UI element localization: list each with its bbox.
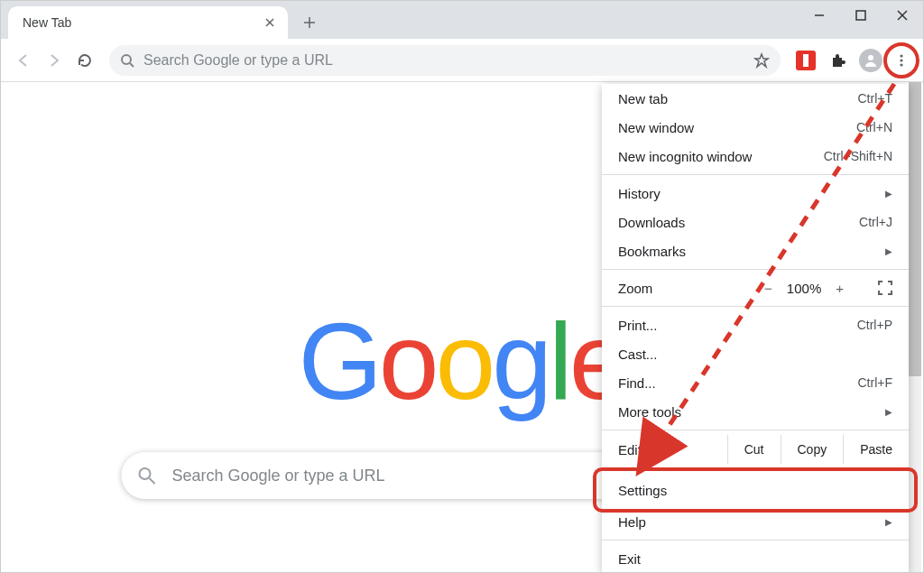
menu-print[interactable]: Print... Ctrl+P bbox=[602, 310, 909, 339]
forward-button[interactable] bbox=[41, 47, 68, 74]
tab-title: New Tab bbox=[23, 15, 261, 30]
menu-separator bbox=[602, 430, 909, 430]
menu-edit-row: Edit Cut Copy Paste bbox=[602, 434, 909, 465]
menu-separator bbox=[602, 174, 909, 175]
menu-new-window[interactable]: New window Ctrl+N bbox=[602, 113, 909, 142]
menu-cut[interactable]: Cut bbox=[727, 435, 781, 464]
zoom-in-button[interactable]: + bbox=[836, 281, 844, 296]
window-controls bbox=[799, 1, 923, 30]
extension-icon-red[interactable] bbox=[793, 48, 818, 73]
search-icon bbox=[120, 53, 134, 68]
menu-find[interactable]: Find... Ctrl+F bbox=[602, 368, 909, 397]
google-logo: Google bbox=[298, 299, 625, 423]
menu-downloads[interactable]: Downloads Ctrl+J bbox=[602, 208, 909, 236]
extensions-puzzle-icon[interactable] bbox=[826, 48, 851, 73]
svg-point-14 bbox=[140, 468, 151, 479]
scrollbar-thumb[interactable] bbox=[909, 82, 921, 376]
fullscreen-icon[interactable] bbox=[878, 281, 892, 295]
close-tab-button[interactable] bbox=[261, 14, 279, 32]
vertical-scrollbar[interactable] bbox=[909, 82, 921, 572]
menu-separator bbox=[602, 269, 909, 270]
menu-separator bbox=[602, 540, 909, 541]
close-window-button[interactable] bbox=[882, 1, 923, 30]
chevron-right-icon: ▶ bbox=[885, 407, 892, 417]
chevron-right-icon: ▶ bbox=[885, 246, 892, 256]
menu-separator bbox=[602, 468, 909, 469]
zoom-value: 100% bbox=[787, 281, 821, 296]
chrome-menu: New tab Ctrl+T New window Ctrl+N New inc… bbox=[602, 84, 909, 573]
svg-line-15 bbox=[150, 478, 155, 484]
menu-help[interactable]: Help ▶ bbox=[602, 507, 909, 536]
tab-strip: New Tab bbox=[1, 1, 923, 39]
menu-settings[interactable]: Settings bbox=[602, 473, 909, 507]
profile-icon[interactable] bbox=[858, 48, 883, 73]
svg-point-10 bbox=[868, 55, 873, 60]
chrome-menu-button[interactable] bbox=[889, 48, 914, 73]
new-tab-button[interactable] bbox=[297, 10, 322, 35]
browser-tab[interactable]: New Tab bbox=[8, 6, 288, 39]
menu-history[interactable]: History ▶ bbox=[602, 179, 909, 208]
svg-line-9 bbox=[130, 63, 134, 67]
menu-separator bbox=[602, 306, 909, 307]
menu-new-incognito[interactable]: New incognito window Ctrl+Shift+N bbox=[602, 142, 909, 171]
menu-exit[interactable]: Exit bbox=[602, 544, 909, 573]
annotation-circle bbox=[883, 42, 919, 79]
menu-bookmarks[interactable]: Bookmarks ▶ bbox=[602, 236, 909, 265]
zoom-out-button[interactable]: − bbox=[764, 281, 772, 296]
search-placeholder: Search Google or type a URL bbox=[172, 467, 385, 485]
menu-more-tools[interactable]: More tools ▶ bbox=[602, 397, 909, 426]
search-icon bbox=[138, 467, 156, 485]
menu-new-tab[interactable]: New tab Ctrl+T bbox=[602, 84, 909, 113]
omnibox[interactable]: Search Google or type a URL bbox=[109, 45, 781, 76]
omnibox-placeholder: Search Google or type a URL bbox=[143, 52, 753, 69]
menu-paste[interactable]: Paste bbox=[843, 435, 909, 464]
menu-copy[interactable]: Copy bbox=[781, 435, 844, 464]
back-button[interactable] bbox=[10, 47, 37, 74]
reload-button[interactable] bbox=[71, 47, 98, 74]
minimize-button[interactable] bbox=[799, 1, 840, 30]
chevron-right-icon: ▶ bbox=[885, 517, 892, 527]
menu-zoom: Zoom − 100% + bbox=[602, 273, 909, 302]
chevron-right-icon: ▶ bbox=[885, 189, 892, 199]
bookmark-star-icon[interactable] bbox=[753, 52, 770, 69]
maximize-button[interactable] bbox=[840, 1, 882, 30]
svg-rect-1 bbox=[856, 11, 865, 20]
menu-cast[interactable]: Cast... bbox=[602, 339, 909, 368]
svg-point-8 bbox=[122, 55, 131, 64]
toolbar: Search Google or type a URL bbox=[1, 39, 923, 82]
